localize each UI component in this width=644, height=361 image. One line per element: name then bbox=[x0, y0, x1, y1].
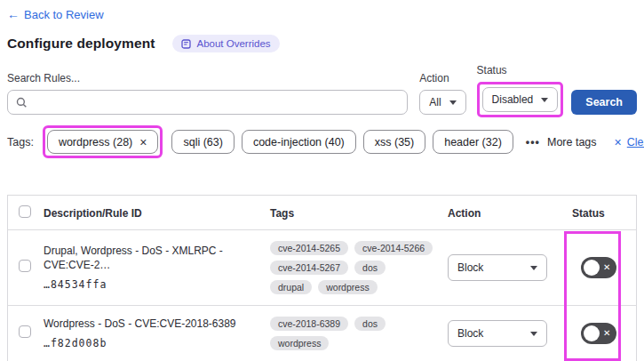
toggle-off-icon: ✕ bbox=[603, 263, 610, 272]
wordpress-tag-highlight-box: wordpress (28) × bbox=[43, 125, 163, 158]
about-overrides-badge[interactable]: About Overrides bbox=[172, 35, 279, 52]
more-tags-button[interactable]: ••• More tags bbox=[526, 136, 597, 148]
back-link-label: Back to Review bbox=[24, 8, 104, 21]
chevron-down-icon bbox=[530, 266, 537, 270]
toggle-knob bbox=[584, 325, 600, 341]
tags-label: Tags: bbox=[7, 136, 34, 148]
configure-deployment-page: ← Back to Review Configure deployment Ab… bbox=[0, 0, 644, 361]
select-all-checkbox[interactable] bbox=[19, 205, 31, 218]
rule-tag: dos bbox=[354, 261, 386, 275]
rule-tag: cve-2014-5266 bbox=[354, 241, 433, 255]
rule-tag: cve-2014-5265 bbox=[270, 241, 348, 255]
rule-description: Wordpress - DoS - CVE:CVE-2018-6389 bbox=[44, 317, 270, 332]
tag-filter-xss[interactable]: xss (35) bbox=[363, 130, 425, 154]
back-to-review-link[interactable]: ← Back to Review bbox=[7, 7, 104, 21]
col-header-description: Description/Rule ID bbox=[44, 196, 270, 230]
tag-filter-sqli[interactable]: sqli (63) bbox=[171, 130, 234, 154]
action-dropdown[interactable]: All bbox=[419, 90, 465, 115]
back-arrow-icon: ← bbox=[7, 7, 20, 21]
search-button[interactable]: Search bbox=[571, 90, 637, 115]
tag-filter-header[interactable]: header (32) bbox=[433, 130, 513, 154]
rules-table: Description/Rule ID Tags Action Status D… bbox=[7, 195, 637, 361]
rule-tag: cve-2018-6389 bbox=[270, 317, 348, 331]
rule-tag: cve-2014-5267 bbox=[270, 261, 348, 275]
tag-filter-wordpress-label: wordpress (28) bbox=[59, 136, 132, 148]
clear-tags-label: Clear tags bbox=[627, 136, 644, 148]
status-toggle[interactable]: ✕ bbox=[581, 323, 616, 344]
action-select[interactable]: Block bbox=[448, 320, 547, 347]
search-column: Search Rules... bbox=[7, 72, 408, 117]
ellipsis-icon: ••• bbox=[526, 136, 540, 148]
chevron-down-icon bbox=[530, 332, 537, 336]
status-highlight-box: Disabled bbox=[477, 82, 564, 117]
search-rules-label: Search Rules... bbox=[7, 72, 408, 84]
row-checkbox[interactable] bbox=[19, 260, 31, 272]
clear-tags-link[interactable]: × Clear tags bbox=[615, 135, 644, 149]
table-row: Drupal, Wordpress - DoS - XMLRPC - CVE:C… bbox=[8, 230, 636, 306]
rule-tags: cve-2014-5265 cve-2014-5266 cve-2014-526… bbox=[270, 241, 448, 294]
rule-id: …84534ffa bbox=[44, 278, 270, 291]
action-select-value: Block bbox=[457, 327, 483, 340]
rule-tag: wordpress bbox=[318, 280, 377, 294]
title-row: Configure deployment About Overrides bbox=[7, 35, 637, 52]
row-checkbox[interactable] bbox=[19, 325, 31, 338]
tag-filter-wordpress[interactable]: wordpress (28) × bbox=[47, 130, 159, 154]
action-dropdown-value: All bbox=[429, 96, 441, 108]
remove-tag-icon[interactable]: × bbox=[139, 135, 147, 149]
action-label: Action bbox=[419, 72, 465, 84]
action-select[interactable]: Block bbox=[448, 254, 547, 281]
rule-tag: wordpress bbox=[270, 336, 329, 350]
col-header-status: Status bbox=[572, 196, 636, 230]
more-tags-label: More tags bbox=[547, 136, 597, 148]
col-header-tags: Tags bbox=[270, 196, 448, 230]
filter-row: Search Rules... Action All Status Disabl… bbox=[7, 64, 637, 117]
rule-tag: drupal bbox=[270, 280, 312, 294]
rule-tags: cve-2018-6389 dos wordpress bbox=[270, 317, 448, 350]
rule-description: Drupal, Wordpress - DoS - XMLRPC - CVE:C… bbox=[44, 245, 270, 272]
action-select-value: Block bbox=[457, 261, 483, 274]
chevron-down-icon bbox=[541, 98, 548, 102]
rule-id: …f82d008b bbox=[44, 337, 270, 349]
tag-filter-code-injection[interactable]: code-injection (40) bbox=[242, 130, 356, 154]
action-filter: Action All bbox=[419, 72, 465, 117]
table-row: Wordpress - DoS - CVE:CVE-2018-6389 …f82… bbox=[8, 306, 636, 361]
status-toggle[interactable]: ✕ bbox=[581, 257, 616, 278]
clear-tags-icon: × bbox=[615, 135, 622, 149]
table-header-row: Description/Rule ID Tags Action Status bbox=[8, 196, 636, 230]
status-label: Status bbox=[477, 64, 564, 76]
chevron-down-icon bbox=[449, 100, 457, 105]
toggle-off-icon: ✕ bbox=[603, 329, 610, 338]
search-input[interactable] bbox=[7, 90, 408, 115]
status-dropdown-value: Disabled bbox=[492, 93, 534, 106]
about-overrides-label: About Overrides bbox=[196, 38, 270, 49]
toggle-knob bbox=[584, 260, 600, 276]
rule-tag: dos bbox=[354, 317, 386, 331]
col-header-action: Action bbox=[448, 196, 572, 230]
page-title: Configure deployment bbox=[7, 36, 155, 52]
status-dropdown[interactable]: Disabled bbox=[482, 87, 559, 112]
docs-icon bbox=[181, 39, 191, 49]
status-filter: Status Disabled bbox=[477, 64, 564, 117]
search-icon bbox=[16, 97, 28, 108]
tags-bar: Tags: wordpress (28) × sqli (63) code-in… bbox=[7, 125, 637, 158]
